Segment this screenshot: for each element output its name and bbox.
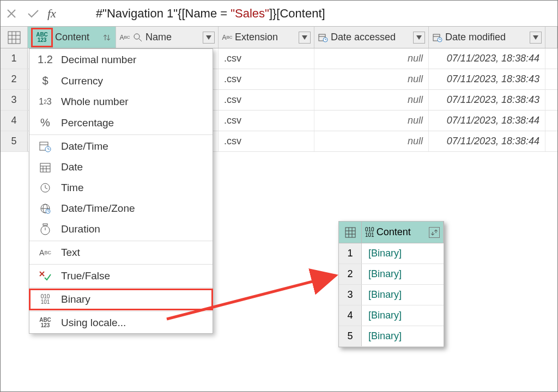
menu-binary[interactable]: 010 101 Binary (29, 289, 213, 310)
cell-extension: .csv (219, 69, 314, 89)
select-all-icon[interactable] (1, 27, 28, 48)
menu-label: Whole number (61, 96, 129, 108)
formula-prefix: #"Navigation 1"{[Name = (96, 7, 231, 20)
filter-icon[interactable] (530, 32, 542, 44)
menu-datetime[interactable]: Date/Time (29, 136, 213, 157)
cell-binary[interactable]: [Binary] (362, 243, 444, 264)
row-number: 4 (339, 305, 362, 326)
type-picker-content[interactable]: ABC 123 (31, 28, 53, 47)
result-table: 010 101 Content 1[Binary]2[Binary]3[Bina… (338, 221, 444, 347)
row-number: 2 (339, 264, 362, 284)
menu-percent[interactable]: % Percentage (29, 112, 213, 133)
column-header-name[interactable]: ABC Name (116, 27, 219, 48)
menu-time[interactable]: Time (29, 177, 213, 198)
cell-date-modified: 07/11/2023, 18:38:43 (429, 69, 545, 89)
whole-icon: 123 (37, 97, 53, 107)
menu-label: Date (61, 161, 83, 173)
filter-icon[interactable] (299, 32, 311, 44)
row-number: 3 (339, 285, 362, 305)
decimal-icon: 1.2 (37, 53, 53, 66)
menu-label: True/False (61, 270, 110, 282)
column-header-date-accessed[interactable]: Date accessed (314, 27, 429, 48)
menu-zone[interactable]: Date/Time/Zone (29, 198, 213, 219)
cell-date-modified: 07/11/2023, 18:38:44 (429, 111, 545, 131)
column-header-content[interactable]: ABC 123 Content (28, 27, 116, 48)
row-number: 2 (1, 69, 28, 89)
column-header-extension[interactable]: ABC Extension (219, 27, 314, 48)
menu-currency[interactable]: $ Currency (29, 70, 213, 91)
datetime-type-icon (318, 32, 329, 43)
menu-text[interactable]: ABC Text (29, 242, 213, 263)
column-label: Content (377, 226, 411, 238)
menu-label: Binary (61, 293, 90, 305)
cell-date-modified: 07/11/2023, 18:38:44 (429, 48, 545, 69)
menu-whole[interactable]: 123 Whole number (29, 91, 213, 112)
cell-binary[interactable]: [Binary] (362, 285, 444, 305)
result-column-content[interactable]: 010 101 Content (362, 222, 444, 243)
row-number: 5 (339, 326, 362, 346)
column-label: Date accessed (331, 32, 396, 43)
duration-icon (37, 223, 53, 235)
menu-label: Using locale... (61, 317, 126, 329)
menu-label: Time (61, 182, 84, 194)
svg-rect-36 (43, 224, 47, 225)
svg-rect-22 (40, 163, 50, 172)
formula-bar: fx #"Navigation 1"{[Name = "Sales"]}[Con… (1, 1, 557, 27)
row-number: 1 (339, 243, 362, 264)
time-icon (37, 182, 53, 193)
result-header-row: 010 101 Content (339, 222, 444, 243)
svg-line-6 (139, 39, 142, 41)
menu-locale[interactable]: ABC 123 Using locale... (29, 313, 213, 333)
cancel-icon[interactable] (4, 6, 19, 21)
select-all-icon[interactable] (339, 222, 362, 243)
text-icon: ABC (37, 248, 53, 257)
column-label: Extension (235, 32, 278, 43)
row-number: 3 (1, 90, 28, 110)
cell-binary[interactable]: [Binary] (362, 326, 444, 346)
result-row[interactable]: 1[Binary] (339, 243, 444, 264)
result-row[interactable]: 5[Binary] (339, 326, 444, 347)
column-label: Content (55, 32, 89, 43)
any-type-icon: ABC 123 (37, 317, 53, 328)
cell-extension: .csv (219, 131, 314, 151)
row-number: 1 (1, 48, 28, 69)
confirm-icon[interactable] (26, 6, 41, 21)
expand-icon[interactable] (429, 227, 440, 238)
text-type-icon: ABC (119, 32, 130, 43)
percent-icon: % (37, 117, 53, 129)
menu-duration[interactable]: Duration (29, 219, 213, 240)
binary-type-icon: 010 101 (365, 227, 374, 238)
menu-decimal[interactable]: 1.2 Decimal number (29, 49, 213, 70)
cell-date-accessed: null (314, 90, 429, 110)
svg-rect-0 (8, 32, 20, 44)
menu-label: Duration (61, 223, 100, 235)
date-icon (37, 162, 53, 173)
result-row[interactable]: 4[Binary] (339, 305, 444, 326)
column-label: Name (145, 32, 172, 43)
search-icon (132, 32, 143, 43)
column-header-date-modified[interactable]: Date modified (429, 27, 545, 48)
menu-truefalse[interactable]: True/False (29, 266, 213, 286)
cell-binary[interactable]: [Binary] (362, 264, 444, 284)
menu-label: Date/Time/Zone (61, 203, 135, 215)
menu-label: Percentage (61, 117, 114, 129)
formula-suffix: ]}[Content] (269, 7, 325, 20)
menu-date[interactable]: Date (29, 157, 213, 177)
expand-icon[interactable] (101, 32, 112, 43)
result-row[interactable]: 2[Binary] (339, 264, 444, 285)
globe-icon (37, 203, 53, 214)
cell-binary[interactable]: [Binary] (362, 305, 444, 326)
result-row[interactable]: 3[Binary] (339, 285, 444, 305)
datetime-type-icon (432, 32, 443, 43)
menu-label: Currency (61, 75, 103, 87)
cell-date-accessed: null (314, 111, 429, 131)
column-header-extra[interactable] (545, 27, 557, 48)
svg-point-5 (134, 34, 140, 39)
row-number: 5 (1, 131, 28, 151)
filter-icon[interactable] (413, 32, 425, 44)
svg-rect-40 (345, 228, 355, 237)
type-menu: 1.2 Decimal number $ Currency 123 Whole … (29, 48, 213, 334)
fx-icon[interactable]: fx (47, 7, 56, 21)
menu-label: Decimal number (61, 54, 136, 66)
filter-icon[interactable] (203, 32, 215, 44)
